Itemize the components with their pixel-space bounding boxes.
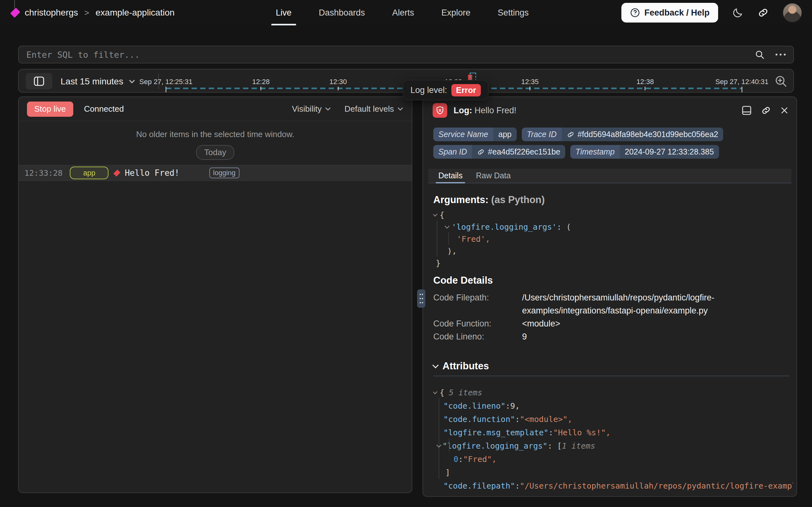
zoom-in-button[interactable] [774,74,788,88]
theme-toggle-button[interactable] [732,7,744,18]
divider [433,376,790,376]
sql-filter-input[interactable] [26,50,748,60]
panel-bottom-icon [741,105,752,115]
visibility-dropdown[interactable]: Visibility [292,104,331,114]
logger-tag-badge[interactable]: logging [209,168,240,178]
logfire-logo-icon [10,8,20,18]
search-icon[interactable] [755,50,765,60]
code-lineno-row: Code Lineno: 9 [433,330,791,343]
timeline-tick: 12:38 [636,69,654,91]
close-panel-button[interactable] [780,106,789,115]
tab-dashboards[interactable]: Dashboards [319,0,365,25]
arguments-heading: Arguments: (as Python) [433,194,545,206]
log-row-selected[interactable]: 12:33:28 app Hello Fred! logging [19,165,412,181]
logo-stem [14,0,15,8]
detail-tabs: Details Raw Data [428,169,791,183]
primary-nav: Live Dashboards Alerts Explore Settings [275,0,528,25]
top-nav: christophergs > example-application Live… [0,0,812,25]
breadcrumb-separator-icon: > [84,8,89,18]
timeline-tick: Sep 27, 12:25:31 [139,69,193,92]
share-link-button[interactable] [757,7,769,18]
log-timestamp: 12:33:28 [24,168,62,178]
breadcrumb[interactable]: christophergs > example-application [0,8,175,18]
span-id-badge[interactable]: Span ID #ea4d5f226ec151be [433,145,565,159]
tab-alerts[interactable]: Alerts [392,0,414,25]
time-range-dropdown[interactable]: Last 15 minutes [61,69,135,93]
breadcrumb-project[interactable]: example-application [96,8,175,18]
tab-explore[interactable]: Explore [442,0,471,25]
default-levels-dropdown[interactable]: Default levels [345,104,403,114]
stop-live-button[interactable]: Stop live [27,102,73,117]
link-icon [757,7,769,18]
chevron-down-icon [128,79,135,84]
breadcrumb-org[interactable]: christophergs [25,8,78,18]
error-diamond-icon [114,169,121,176]
error-shield-icon [433,103,447,118]
arguments-python-tree: { 'logfire.logging_args': ( 'Fred', ), } [433,209,793,271]
log-detail-panel: Log: Hello Fred! [423,97,797,497]
detail-header: Log: Hello Fred! [433,103,789,118]
service-badge[interactable]: app [70,167,109,179]
timestamp-badge[interactable]: Timestamp 2024-09-27 12:33:28.385 [570,145,719,159]
collapse-toggle-icon[interactable] [436,442,442,447]
timeline-tick: 12:35 [521,69,539,91]
tab-settings[interactable]: Settings [498,0,529,25]
panel-resize-handle[interactable] [417,289,425,308]
attributes-json-tree: { 5 items "code.lineno": 9, "code.functi… [433,386,793,494]
link-icon[interactable] [567,131,574,138]
collapse-toggle-icon[interactable] [445,223,450,228]
live-panel-header: Stop live Connected Visibility Default l… [19,97,412,121]
code-function-row: Code Function: <module> [433,317,791,330]
live-logs-panel: Stop live Connected Visibility Default l… [18,97,412,493]
timeline-tick: Sep 27, 12:40:31 [715,69,768,92]
sql-filter-bar [18,46,794,63]
trace-id-badge[interactable]: Trace ID #fdd5694a8fa98eb4e301d99ebc056e… [522,127,724,141]
tab-details[interactable]: Details [438,171,462,183]
log-message: Hello Fred! [125,168,179,178]
moon-icon [732,7,744,18]
close-icon [780,106,789,115]
zoom-in-icon [774,74,788,88]
timeline-tick: 12:30 [329,69,347,91]
log-level-tooltip: Log level: Error [403,80,489,100]
detail-title: Log: Hello Fred! [453,106,516,115]
feedback-help-button[interactable]: Feedback / Help [621,3,718,22]
help-circle-icon [630,8,640,18]
more-options-icon[interactable] [775,54,786,56]
link-icon [761,105,771,115]
link-icon[interactable] [477,148,485,156]
copy-link-button[interactable] [761,105,771,115]
tooltip-label: Log level: [411,86,447,95]
sidebar-toggle-button[interactable] [26,73,52,90]
service-name-badge[interactable]: Service Name app [433,127,517,141]
nav-right-cluster: Feedback / Help [621,0,802,25]
code-details-heading: Code Details [433,275,493,286]
empty-window-message: No older items in the selected time wind… [19,129,412,139]
attributes-heading[interactable]: Attributes [433,360,489,372]
dock-panel-button[interactable] [741,105,752,115]
chevron-down-icon [397,107,403,111]
chevron-down-icon [432,362,439,369]
code-filepath-row: Code Filepath: /Users/christophersamiull… [433,291,791,317]
span-metadata-badges: Service Name app Trace ID #fdd5694a8fa98… [433,127,723,159]
collapse-toggle-icon[interactable] [433,389,437,394]
tab-live[interactable]: Live [275,0,292,25]
collapse-toggle-icon[interactable] [433,211,437,216]
connection-status: Connected [84,104,124,114]
today-button[interactable]: Today [196,145,234,160]
code-details-table: Code Filepath: /Users/christophersamiull… [433,291,791,343]
tab-raw-data[interactable]: Raw Data [476,171,511,183]
chevron-down-icon [325,107,331,111]
user-avatar[interactable] [783,3,802,22]
timeline-tick: 12:28 [252,69,270,91]
error-level-badge: Error [451,84,481,97]
panel-left-icon [33,76,45,86]
